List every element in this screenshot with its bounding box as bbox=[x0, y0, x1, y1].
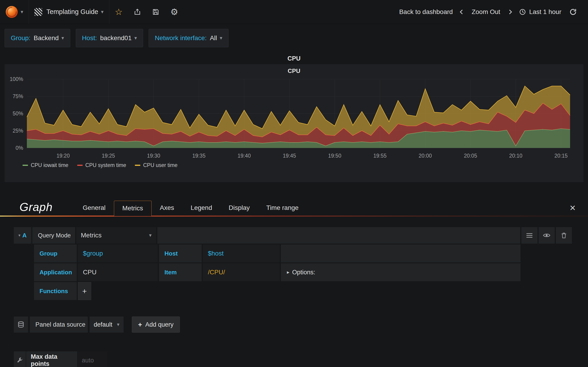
query-visibility-button[interactable] bbox=[539, 227, 555, 244]
variable-value: Backend bbox=[34, 34, 59, 42]
item-value-field[interactable]: /CPU/ bbox=[203, 263, 280, 281]
clock-icon bbox=[519, 8, 526, 15]
query-mode-select[interactable]: Metrics ▾ bbox=[76, 227, 156, 244]
legend-item-system[interactable]: CPU system time bbox=[77, 162, 126, 168]
query-collapse-toggle[interactable]: ▾ A bbox=[14, 227, 31, 244]
query-menu-button[interactable] bbox=[521, 227, 537, 244]
legend-swatch bbox=[77, 165, 83, 166]
item-value: /CPU/ bbox=[208, 269, 225, 276]
refresh-button[interactable] bbox=[566, 8, 580, 16]
chevron-down-icon: ▾ bbox=[149, 233, 152, 238]
share-dashboard-button[interactable] bbox=[128, 0, 147, 24]
query-mode-label-text: Query Mode bbox=[38, 232, 71, 239]
dashboard-title-button[interactable]: Templating Guide ▾ bbox=[29, 0, 109, 24]
group-value-field[interactable]: $group bbox=[78, 244, 158, 262]
chevron-right-icon bbox=[507, 10, 512, 14]
time-shift-forward-button[interactable] bbox=[505, 10, 515, 14]
svg-text:0%: 0% bbox=[16, 145, 23, 151]
variable-value: All bbox=[210, 34, 217, 42]
panel-title[interactable]: CPU bbox=[5, 53, 583, 64]
datasource-row: Panel data source default ▾ + Add query bbox=[14, 317, 180, 333]
tab-metrics[interactable]: Metrics bbox=[114, 201, 152, 216]
query-row-main: ▾ A Query Mode Metrics ▾ bbox=[14, 227, 572, 244]
save-dashboard-button[interactable] bbox=[147, 0, 165, 24]
query-letter: A bbox=[22, 232, 27, 239]
item-label-text: Item bbox=[164, 269, 177, 276]
variable-label: Group: bbox=[11, 34, 31, 42]
svg-text:19:55: 19:55 bbox=[373, 153, 387, 159]
group-label-text: Group bbox=[40, 250, 57, 257]
max-data-points-row: Max data points bbox=[14, 351, 107, 367]
dashboard-grid-icon bbox=[35, 8, 42, 16]
query-mode-value: Metrics bbox=[81, 232, 102, 239]
legend-item-user[interactable]: CPU user time bbox=[135, 162, 178, 168]
query-row-spacer bbox=[157, 227, 520, 244]
query-mode-label: Query Mode bbox=[32, 227, 75, 244]
svg-text:19:20: 19:20 bbox=[57, 153, 70, 159]
cpu-chart[interactable]: 0%25%50%75%100%19:2019:2519:3019:3519:40… bbox=[5, 76, 583, 162]
svg-text:100%: 100% bbox=[10, 76, 23, 82]
application-value-field[interactable]: CPU bbox=[78, 263, 158, 281]
host-value-field[interactable]: $host bbox=[203, 244, 280, 262]
svg-text:19:50: 19:50 bbox=[328, 153, 341, 159]
chevron-down-icon: ▾ bbox=[134, 35, 137, 41]
time-range-button[interactable]: Last 1 hour bbox=[515, 8, 566, 16]
svg-text:19:35: 19:35 bbox=[192, 153, 206, 159]
options-label: Options: bbox=[292, 269, 315, 276]
grafana-menu-button[interactable]: ▾ bbox=[0, 0, 29, 24]
host-label-text: Host bbox=[164, 250, 178, 257]
variable-group-dropdown[interactable]: Group: Backend ▾ bbox=[5, 29, 70, 47]
variable-host-dropdown[interactable]: Host: backend01 ▾ bbox=[76, 29, 143, 47]
item-label: Item bbox=[159, 263, 202, 281]
plus-icon: + bbox=[82, 287, 87, 296]
svg-text:20:10: 20:10 bbox=[509, 153, 523, 159]
host-value: $host bbox=[208, 250, 224, 257]
group-label: Group bbox=[34, 244, 77, 262]
svg-text:25%: 25% bbox=[13, 128, 23, 134]
svg-text:19:40: 19:40 bbox=[237, 153, 251, 159]
chart-legend: CPU iowait time CPU system time CPU user… bbox=[5, 162, 583, 168]
svg-text:50%: 50% bbox=[13, 110, 23, 117]
max-data-points-input[interactable] bbox=[78, 351, 107, 367]
variable-network-interface-dropdown[interactable]: Network interface: All ▾ bbox=[149, 29, 229, 47]
query-row-spacer bbox=[281, 244, 520, 262]
add-query-label: Add query bbox=[145, 321, 174, 328]
options-toggle[interactable]: ▸ Options: bbox=[281, 263, 520, 281]
datasource-label: Panel data source bbox=[30, 317, 88, 333]
back-to-dashboard-button[interactable]: Back to dashboard bbox=[395, 8, 458, 16]
chevron-down-icon: ▾ bbox=[21, 9, 23, 15]
wrench-icon-box bbox=[14, 351, 26, 367]
variable-value: backend01 bbox=[100, 34, 132, 42]
query-delete-button[interactable] bbox=[556, 227, 572, 244]
svg-text:19:25: 19:25 bbox=[102, 153, 115, 159]
editor-accent-line bbox=[0, 216, 588, 217]
legend-item-iowait[interactable]: CPU iowait time bbox=[23, 162, 69, 168]
top-navbar: ▾ Templating Guide ▾ ☆ ⚙ Back to dashboa… bbox=[0, 0, 588, 24]
add-query-button[interactable]: + Add query bbox=[132, 317, 180, 333]
star-dashboard-button[interactable]: ☆ bbox=[109, 0, 128, 24]
functions-label-text: Functions bbox=[40, 288, 68, 295]
panel-editor: Graph General Metrics Axes Legend Displa… bbox=[0, 195, 588, 367]
svg-text:20:00: 20:00 bbox=[419, 153, 432, 159]
max-data-points-label: Max data points bbox=[26, 351, 77, 367]
settings-button[interactable]: ⚙ bbox=[165, 0, 184, 24]
tab-time-range[interactable]: Time range bbox=[258, 200, 307, 216]
zoom-out-button[interactable]: Zoom Out bbox=[467, 8, 505, 16]
datasource-select[interactable]: default ▾ bbox=[90, 317, 124, 333]
tab-display[interactable]: Display bbox=[221, 200, 258, 216]
close-editor-button[interactable]: × bbox=[570, 203, 576, 216]
cpu-panel: CPU CPU 0%25%50%75%100%19:2019:2519:3019… bbox=[5, 53, 583, 182]
datasource-icon-box bbox=[14, 317, 28, 333]
tab-axes[interactable]: Axes bbox=[152, 200, 182, 216]
application-label-text: Application bbox=[40, 269, 72, 276]
tab-general[interactable]: General bbox=[74, 200, 114, 216]
group-value: $group bbox=[83, 250, 103, 257]
menu-icon bbox=[527, 233, 532, 238]
chevron-down-icon: ▾ bbox=[61, 35, 64, 41]
svg-text:20:15: 20:15 bbox=[554, 153, 568, 159]
time-shift-back-button[interactable] bbox=[457, 10, 467, 14]
dashboard-title: Templating Guide bbox=[46, 8, 98, 16]
add-function-button[interactable]: + bbox=[78, 282, 91, 300]
datasource-label-text: Panel data source bbox=[35, 321, 86, 328]
tab-legend[interactable]: Legend bbox=[182, 200, 220, 216]
